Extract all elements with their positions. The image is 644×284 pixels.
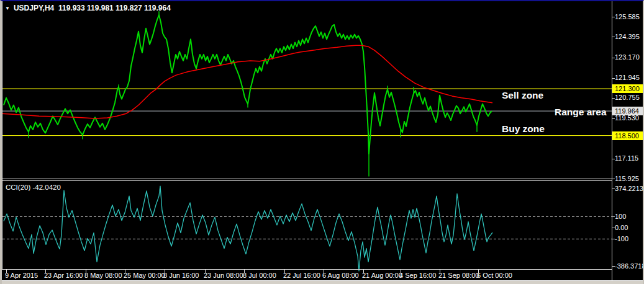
ohlc-values: 119.933 119.981 119.827 119.964 <box>58 4 171 12</box>
cci-series <box>4 186 492 271</box>
price-badge: 119.964 <box>612 107 644 115</box>
time-tick-label: 6 Oct 00:00 <box>477 272 512 279</box>
price-tick-label: 125.585 <box>615 13 640 21</box>
time-tick-label: 8 Jun 16:00 <box>163 272 199 279</box>
chart-left-edge <box>2 1 2 269</box>
chart-canvas[interactable] <box>2 1 644 284</box>
mt4-chart-window: ▼USDJPY,H4 119.933 119.981 119.827 119.9… <box>0 0 644 284</box>
price-tick-label: 120.755 <box>615 94 640 102</box>
buy-zone-annotation[interactable]: Buy zone <box>502 123 545 135</box>
moving-average-line <box>2 45 492 118</box>
time-tick-label: 9 Apr 2015 <box>5 272 38 279</box>
cci-tick-label: -100 <box>615 235 628 243</box>
time-tick-label: 25 May 00:00 <box>124 272 165 279</box>
price-series <box>4 15 492 154</box>
indicator-label: CCI(20) -42.0420 <box>6 184 61 191</box>
price-tick-label: 119.530 <box>615 114 639 122</box>
price-tick-label: 123.170 <box>615 53 640 61</box>
chart-title: ▼USDJPY,H4 119.933 119.981 119.827 119.9… <box>5 4 171 12</box>
price-tick-label: 121.945 <box>615 74 640 82</box>
time-tick-label: 21 Sep 08:00 <box>438 272 479 279</box>
window-bottom-frame <box>2 280 644 284</box>
cci-tick-label: -386.3718 <box>615 262 644 270</box>
time-tick-label: 22 Jul 16:00 <box>283 272 320 279</box>
panel-separator[interactable] <box>2 179 612 179</box>
sell-zone-annotation[interactable]: Sell zone <box>502 90 543 101</box>
time-tick-label: 21 Aug 00:00 <box>362 272 402 279</box>
range-area-annotation[interactable]: Range area <box>555 107 607 118</box>
time-tick-label: 8 May 08:00 <box>84 272 122 279</box>
time-tick-label: 8 Jul 00:00 <box>243 272 276 279</box>
price-badge: 121.300 <box>612 84 644 93</box>
time-tick-label: 23 Apr 16:00 <box>44 272 83 279</box>
dropdown-icon[interactable]: ▼ <box>5 6 10 11</box>
time-tick-label: 23 Jun 08:00 <box>204 272 243 279</box>
price-tick-label: 115.925 <box>615 175 639 183</box>
cci-tick-label: 0.00 <box>615 224 628 232</box>
time-tick-label: 4 Sep 16:00 <box>399 272 436 279</box>
symbol-timeframe-label: USDJPY,H4 <box>14 4 54 12</box>
panel-separator[interactable] <box>2 180 612 181</box>
cci-tick-label: 374.2213 <box>615 185 643 193</box>
price-tick-label: 124.395 <box>615 33 640 41</box>
time-tick-label: 6 Aug 08:00 <box>322 272 359 279</box>
time-axis-border <box>2 269 612 270</box>
price-tick-label: 117.115 <box>615 154 638 162</box>
price-badge: 118.500 <box>612 131 644 140</box>
cci-tick-label: 100 <box>615 213 626 221</box>
